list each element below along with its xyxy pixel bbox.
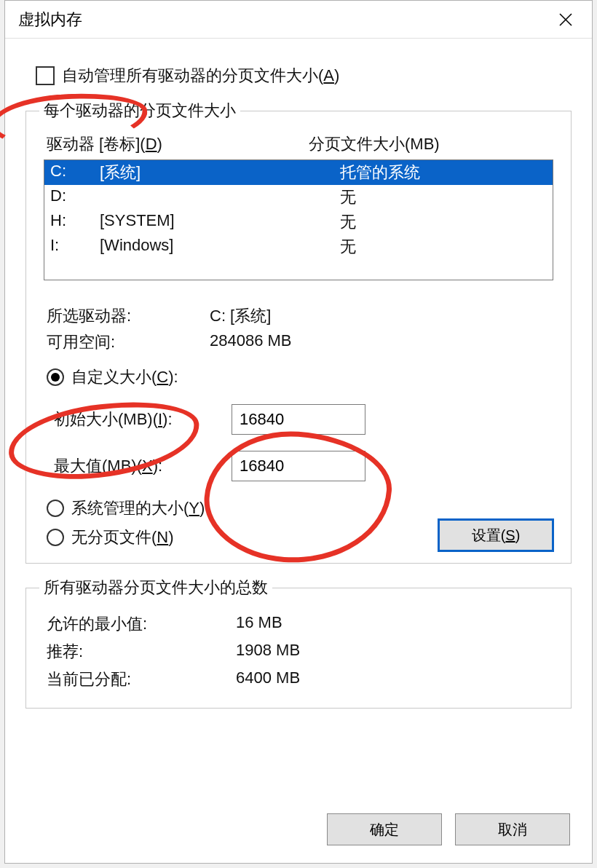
max-size-input[interactable] xyxy=(232,451,365,481)
per-drive-legend: 每个驱动器的分页文件大小 xyxy=(39,100,240,122)
selected-drive-info: 所选驱动器: C: [系统] 可用空间: 284086 MB xyxy=(47,305,558,353)
auto-manage-label: 自动管理所有驱动器的分页文件大小(A) xyxy=(62,65,339,87)
selected-drive-value: C: [系统] xyxy=(210,305,271,327)
virtual-memory-dialog: 虚拟内存 自动管理所有驱动器的分页文件大小(A) 每个驱动器的分页文件大小 驱动… xyxy=(4,0,593,864)
initial-size-input[interactable] xyxy=(232,404,365,435)
available-space-label: 可用空间: xyxy=(47,331,210,353)
custom-size-radio[interactable] xyxy=(47,368,64,386)
selected-drive-label: 所选驱动器: xyxy=(47,305,210,327)
close-button[interactable] xyxy=(550,4,582,36)
totals-group: 所有驱动器分页文件大小的总数 允许的最小值: 16 MB 推荐: 1908 MB… xyxy=(25,577,572,709)
min-allowed-label: 允许的最小值: xyxy=(47,613,236,635)
drive-list[interactable]: C: [系统] 托管的系统 D: 无 H: [SYSTEM] 无 I: [Win… xyxy=(44,159,553,280)
drive-row[interactable]: I: [Windows] 无 xyxy=(44,234,553,259)
recommended-value: 1908 MB xyxy=(236,641,300,663)
available-space-value: 284086 MB xyxy=(210,331,292,353)
totals-legend: 所有驱动器分页文件大小的总数 xyxy=(39,577,272,599)
custom-size-radio-row[interactable]: 自定义大小(C): xyxy=(47,366,558,388)
close-icon xyxy=(559,13,572,26)
system-managed-label: 系统管理的大小(Y) xyxy=(71,497,205,519)
per-drive-group: 每个驱动器的分页文件大小 驱动器 [卷标](D) 分页文件大小(MB) C: [… xyxy=(25,100,572,564)
custom-size-label: 自定义大小(C): xyxy=(71,366,178,388)
drive-header-size: 分页文件大小(MB) xyxy=(309,133,558,155)
no-paging-radio[interactable] xyxy=(47,529,64,546)
auto-manage-row[interactable]: 自动管理所有驱动器的分页文件大小(A) xyxy=(36,65,574,87)
system-managed-radio-row[interactable]: 系统管理的大小(Y) xyxy=(47,497,558,519)
set-button[interactable]: 设置(S) xyxy=(438,519,553,551)
initial-size-label: 初始大小(MB)(I): xyxy=(54,409,232,430)
drive-row[interactable]: D: 无 xyxy=(44,185,553,210)
min-allowed-value: 16 MB xyxy=(236,613,282,635)
recommended-label: 推荐: xyxy=(47,641,236,663)
auto-manage-checkbox[interactable] xyxy=(36,66,55,85)
dialog-title: 虚拟内存 xyxy=(18,9,550,31)
system-managed-radio[interactable] xyxy=(47,500,64,517)
no-paging-label: 无分页文件(N) xyxy=(71,526,174,548)
drive-header-drive: 驱动器 [卷标](D) xyxy=(47,133,309,155)
drive-row[interactable]: H: [SYSTEM] 无 xyxy=(44,210,553,234)
max-size-label: 最大值(MB)(X): xyxy=(54,455,232,477)
drive-row[interactable]: C: [系统] 托管的系统 xyxy=(44,160,553,185)
dialog-footer: 确定 取消 xyxy=(5,799,592,863)
cancel-button[interactable]: 取消 xyxy=(455,813,570,845)
titlebar: 虚拟内存 xyxy=(5,1,592,39)
allocated-label: 当前已分配: xyxy=(47,668,236,690)
ok-button[interactable]: 确定 xyxy=(327,813,442,845)
allocated-value: 6400 MB xyxy=(236,668,300,690)
drive-list-header: 驱动器 [卷标](D) 分页文件大小(MB) xyxy=(47,133,558,155)
dialog-content: 自动管理所有驱动器的分页文件大小(A) 每个驱动器的分页文件大小 驱动器 [卷标… xyxy=(5,39,592,799)
